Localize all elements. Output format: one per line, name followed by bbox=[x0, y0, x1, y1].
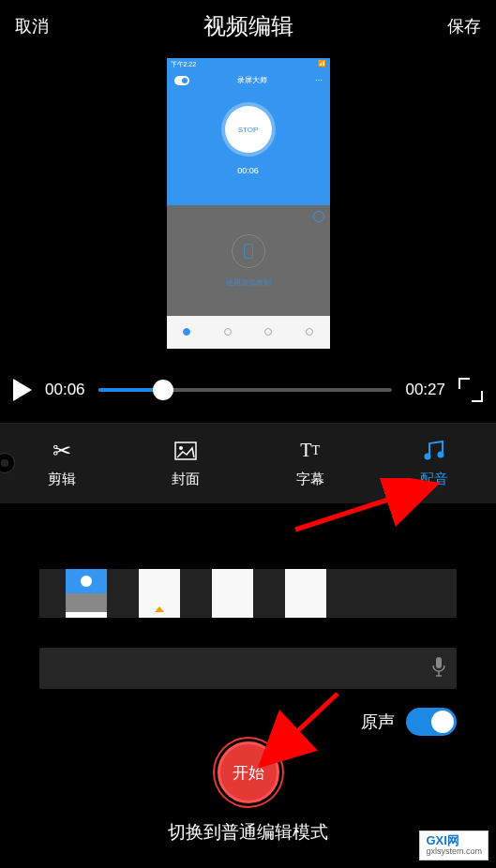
image-icon bbox=[174, 439, 197, 463]
seek-thumb[interactable] bbox=[153, 380, 173, 400]
scissors-icon: ✂ bbox=[53, 439, 71, 463]
record-time: 00:06 bbox=[167, 166, 330, 175]
tab-label: 剪辑 bbox=[48, 471, 76, 488]
thumbnail[interactable] bbox=[139, 569, 180, 618]
phone-bottom-nav bbox=[167, 316, 330, 349]
music-icon bbox=[422, 439, 446, 463]
svg-rect-4 bbox=[436, 657, 442, 668]
text-icon: TT bbox=[300, 439, 320, 463]
tool-tabs: ✂ 剪辑 封面 TT 字幕 配音 bbox=[0, 423, 496, 503]
status-time: 下午2:22 bbox=[171, 60, 197, 69]
svg-point-2 bbox=[424, 453, 430, 459]
status-icons: 📶 bbox=[318, 60, 326, 69]
tab-cover[interactable]: 封面 bbox=[124, 423, 248, 503]
tab-audio[interactable]: 配音 bbox=[372, 423, 496, 503]
app-title: 录屏大师 bbox=[237, 75, 267, 85]
start-record-button[interactable]: 开始 bbox=[218, 741, 279, 803]
back-pill-icon bbox=[174, 76, 189, 85]
video-preview: 下午2:22 📶 录屏大师 ⋯ STOP 00:06 使用游戏录制 bbox=[0, 52, 496, 357]
stop-button: STOP bbox=[225, 106, 272, 153]
fullscreen-icon[interactable] bbox=[458, 378, 483, 402]
total-time: 00:27 bbox=[405, 381, 445, 399]
playback-controls: 00:06 00:27 bbox=[0, 357, 496, 423]
microphone-icon[interactable] bbox=[432, 656, 445, 681]
svg-point-1 bbox=[179, 446, 183, 450]
audio-input-bar[interactable] bbox=[39, 648, 457, 689]
original-sound-label: 原声 bbox=[361, 711, 395, 733]
app-icons: ⋯ bbox=[315, 76, 323, 84]
save-button[interactable]: 保存 bbox=[447, 15, 481, 37]
thumbnail[interactable] bbox=[66, 569, 107, 618]
page-title: 视频编辑 bbox=[203, 11, 293, 41]
thumbnail[interactable] bbox=[212, 569, 253, 618]
play-button[interactable] bbox=[13, 379, 32, 401]
tab-label: 配音 bbox=[420, 471, 448, 488]
watermark: GXI网 gxlsystem.com bbox=[419, 831, 488, 861]
thumbnail[interactable] bbox=[285, 569, 326, 618]
record-mode-label: 使用游戏录制 bbox=[226, 277, 271, 288]
seek-slider[interactable] bbox=[98, 379, 393, 401]
tab-subtitle[interactable]: TT 字幕 bbox=[248, 423, 372, 503]
phone-device-icon bbox=[232, 234, 265, 268]
tab-trim[interactable]: ✂ 剪辑 bbox=[0, 423, 124, 503]
phone-frame: 下午2:22 📶 录屏大师 ⋯ STOP 00:06 使用游戏录制 bbox=[167, 58, 330, 349]
tab-label: 字幕 bbox=[296, 471, 324, 488]
current-time: 00:06 bbox=[45, 381, 85, 399]
tab-label: 封面 bbox=[172, 471, 200, 488]
svg-point-3 bbox=[437, 451, 443, 457]
original-sound-toggle[interactable] bbox=[406, 708, 457, 736]
cancel-button[interactable]: 取消 bbox=[15, 15, 49, 37]
filmstrip[interactable] bbox=[39, 569, 457, 618]
